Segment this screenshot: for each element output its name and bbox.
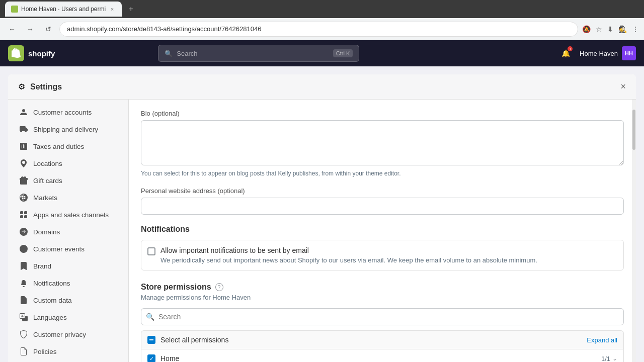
tab-close-button[interactable]: × (109, 6, 116, 13)
select-all-row: Select all permissions Expand all (141, 330, 624, 349)
download-icon[interactable]: ⬇ (607, 25, 613, 33)
tab-title: Home Haven · Users and permi (21, 6, 106, 13)
logo-icon (8, 45, 24, 61)
permissions-search-input[interactable] (141, 308, 624, 325)
sidebar-label-custom-data: Custom data (33, 297, 72, 304)
settings-title: Settings (30, 82, 62, 92)
search-icon: 🔍 (165, 50, 173, 57)
expand-all-button[interactable]: Expand all (587, 336, 617, 344)
domains-icon (19, 227, 28, 236)
sidebar-item-policies[interactable]: Policies (11, 343, 125, 360)
notifications-title: Notifications (141, 225, 624, 234)
select-all-checkbox[interactable] (147, 336, 155, 344)
menu-icon[interactable]: ⋮ (632, 25, 639, 33)
checkmark-icon: ✓ (149, 355, 154, 362)
home-label: Home (160, 354, 601, 362)
bio-input[interactable] (141, 120, 624, 165)
notification-button[interactable]: 🔔 1 (557, 45, 574, 61)
person-icon (19, 108, 28, 117)
forward-button[interactable]: → (23, 22, 37, 36)
sidebar-label-domains: Domains (33, 228, 60, 236)
bio-label: Bio (optional) (141, 110, 624, 117)
sidebar-item-taxes[interactable]: Taxes and duties (11, 138, 125, 155)
url-text: admin.shopify.com/store/de8143-a6/settin… (67, 25, 261, 33)
sidebar-label-markets: Markets (33, 194, 57, 202)
store-avatar: HH (622, 46, 636, 60)
permissions-header: Store permissions ? (141, 283, 624, 292)
sidebar-item-gift-cards[interactable]: Gift cards (11, 172, 125, 189)
markets-icon (19, 193, 28, 202)
notifications-content: Allow important notifications to be sent… (160, 246, 537, 264)
shopify-header: shopify 🔍 Search Ctrl K 🔔 1 Home Haven H… (0, 40, 644, 66)
sidebar-item-brand[interactable]: Brand (11, 257, 125, 275)
select-all-label: Select all permissions (160, 336, 587, 344)
email-notifications-row: Allow important notifications to be sent… (141, 240, 624, 270)
sidebar-item-domains[interactable]: Domains (11, 223, 125, 240)
sidebar-label-shipping: Shipping and delivery (33, 126, 98, 133)
location-icon (19, 159, 28, 168)
sidebar-item-customer-events[interactable]: Customer events (11, 240, 125, 257)
bio-section: Bio (optional) You can select for this t… (141, 110, 624, 177)
nav-icons: 🔕 ☆ ⬇ 🕵 ⋮ (582, 25, 639, 33)
sidebar-item-customer-accounts[interactable]: Customer accounts (11, 104, 125, 121)
settings-close-button[interactable]: × (620, 81, 626, 92)
sidebar-label-customer-accounts: Customer accounts (33, 109, 92, 116)
sidebar-label-languages: Languages (33, 314, 67, 321)
sidebar-item-shipping[interactable]: Shipping and delivery (11, 121, 125, 138)
settings-header: ⚙ Settings × (8, 74, 636, 100)
tab-favicon (11, 6, 18, 13)
store-button[interactable]: Home Haven HH (580, 46, 636, 60)
header-search[interactable]: 🔍 Search Ctrl K (158, 45, 359, 62)
permissions-title: Store permissions (141, 283, 211, 292)
sidebar-item-locations[interactable]: Locations (11, 155, 125, 172)
sidebar-item-custom-data[interactable]: Custom data (11, 292, 125, 309)
sidebar-item-languages[interactable]: Languages (11, 309, 125, 326)
sidebar-item-apps[interactable]: Apps and sales channels (11, 206, 125, 223)
settings-main-content: Bio (optional) You can select for this t… (129, 100, 636, 362)
address-bar[interactable]: admin.shopify.com/store/de8143-a6/settin… (59, 22, 578, 37)
sidebar-label-notifications: Notifications (33, 280, 70, 287)
home-row: ✓ Home 1/1 ⌄ (141, 349, 624, 362)
home-checkbox[interactable]: ✓ (147, 354, 155, 362)
chevron-down-icon[interactable]: ⌄ (612, 355, 617, 362)
sidebar-item-customer-privacy[interactable]: Customer privacy (11, 326, 125, 343)
browser-tabs: Home Haven · Users and permi × + (0, 0, 644, 18)
home-page-count: 1/1 ⌄ (601, 355, 617, 363)
sidebar-label-taxes: Taxes and duties (33, 143, 84, 150)
custom-data-icon (19, 296, 28, 305)
store-permissions-section: Store permissions ? Manage permissions f… (141, 283, 624, 362)
settings-body: Customer accounts Shipping and delivery … (8, 100, 636, 362)
website-input[interactable] (141, 198, 624, 215)
notifications-checkbox-desc: We periodically send out important news … (160, 256, 537, 264)
languages-icon (19, 313, 28, 322)
notifications-icon (19, 279, 28, 288)
shopify-logo-text: shopify (28, 49, 55, 58)
permissions-subtitle: Manage permissions for Home Haven (141, 294, 624, 301)
search-shortcut: Ctrl K (333, 49, 353, 57)
shopify-logo[interactable]: shopify (8, 45, 55, 61)
sidebar-item-markets[interactable]: Markets (11, 189, 125, 206)
header-actions: 🔔 1 Home Haven HH (557, 45, 636, 61)
incognito-icon: 🕵 (618, 25, 627, 33)
website-label: Personal website address (optional) (141, 187, 624, 195)
events-icon (19, 244, 28, 253)
notifications-checkbox-label: Allow important notifications to be sent… (160, 246, 537, 254)
sidebar-item-notifications[interactable]: Notifications (11, 275, 125, 292)
permissions-search-wrapper: 🔍 (141, 308, 624, 325)
notifications-section: Notifications Allow important notificati… (141, 225, 624, 270)
sidebar-item-store-activity[interactable]: Store activity log (11, 360, 125, 362)
email-notifications-checkbox[interactable] (147, 247, 155, 255)
refresh-button[interactable]: ↺ (41, 22, 55, 36)
scrollbar-track[interactable] (632, 100, 636, 362)
permissions-info-icon[interactable]: ? (215, 283, 223, 291)
new-tab-button[interactable]: + (125, 3, 137, 15)
back-button[interactable]: ← (5, 22, 19, 36)
scrollbar-thumb[interactable] (632, 110, 635, 150)
sidebar-label-customer-events: Customer events (33, 245, 85, 253)
bookmark-icon[interactable]: ☆ (596, 25, 602, 33)
sidebar-label-apps: Apps and sales channels (33, 211, 109, 219)
sidebar-label-locations: Locations (33, 160, 62, 167)
active-tab[interactable]: Home Haven · Users and permi × (5, 2, 122, 17)
policies-icon (19, 347, 28, 356)
sidebar-label-gift-cards: Gift cards (33, 177, 62, 185)
